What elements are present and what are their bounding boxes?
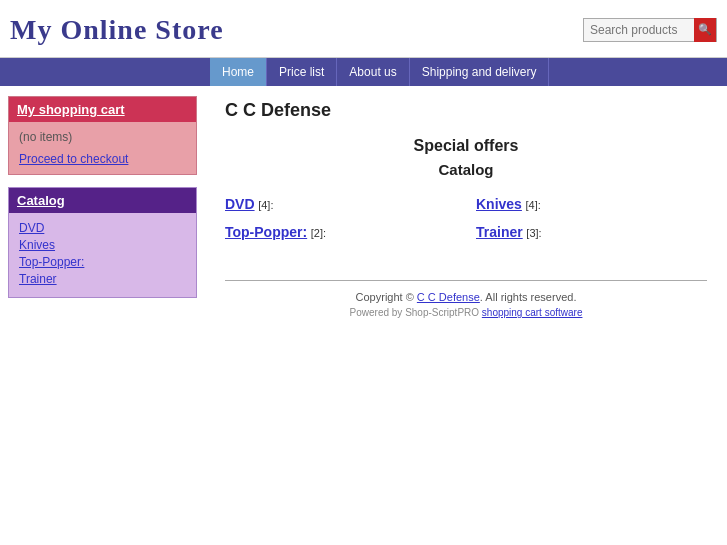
footer: Copyright © C C Defense. All rights rese…: [225, 280, 707, 326]
cart-title[interactable]: My shopping cart: [9, 97, 196, 122]
nav-item-shipping[interactable]: Shipping and delivery: [410, 58, 550, 86]
catalog-item-dvd: DVD [4]:: [225, 196, 456, 212]
sidebar-catalog-item-dvd[interactable]: DVD: [19, 221, 186, 235]
nav-item-home[interactable]: Home: [210, 58, 267, 86]
main-content: C C Defense Special offers Catalog DVD […: [205, 86, 727, 526]
special-offers-heading: Special offers: [225, 137, 707, 155]
catalog-grid: DVD [4]: Knives [4]: Top-Popper: [2]: Tr…: [225, 196, 707, 240]
site-logo: My Online Store: [10, 14, 224, 46]
catalog-sidebar-title[interactable]: Catalog: [9, 188, 196, 213]
catalog-link-trainer[interactable]: Trainer: [476, 224, 523, 240]
search-icon: 🔍: [698, 23, 712, 36]
sidebar: My shopping cart (no items) Proceed to c…: [0, 86, 205, 526]
search-input[interactable]: [584, 21, 694, 39]
catalog-count-toppopper: [2]:: [311, 227, 326, 239]
footer-powered-text: Powered by Shop-ScriptPRO: [350, 307, 482, 318]
layout: My shopping cart (no items) Proceed to c…: [0, 86, 727, 526]
search-button[interactable]: 🔍: [694, 18, 716, 42]
catalog-link-knives[interactable]: Knives: [476, 196, 522, 212]
sidebar-catalog-item-toppopper[interactable]: Top-Popper:: [19, 255, 186, 269]
nav-item-about[interactable]: About us: [337, 58, 409, 86]
footer-rights: . All rights reserved.: [480, 291, 577, 303]
catalog-item-trainer: Trainer [3]:: [476, 224, 707, 240]
catalog-count-dvd: [4]:: [258, 199, 273, 211]
sidebar-catalog-item-trainer[interactable]: Trainer: [19, 272, 186, 286]
page-title: C C Defense: [225, 100, 707, 121]
catalog-link-toppopper[interactable]: Top-Popper:: [225, 224, 307, 240]
catalog-item-knives: Knives [4]:: [476, 196, 707, 212]
footer-powered: Powered by Shop-ScriptPRO shopping cart …: [225, 307, 707, 318]
footer-copyright-text: Copyright ©: [356, 291, 417, 303]
cart-empty-label: (no items): [19, 130, 72, 144]
sidebar-catalog-item-knives[interactable]: Knives: [19, 238, 186, 252]
footer-copyright: Copyright © C C Defense. All rights rese…: [225, 291, 707, 303]
nav-bar: Home Price list About us Shipping and de…: [0, 58, 727, 86]
catalog-link-dvd[interactable]: DVD: [225, 196, 255, 212]
cart-widget: My shopping cart (no items) Proceed to c…: [8, 96, 197, 175]
catalog-count-trainer: [3]:: [526, 227, 541, 239]
catalog-sidebar-body: DVD Knives Top-Popper: Trainer: [9, 213, 196, 297]
header: My Online Store 🔍: [0, 0, 727, 58]
catalog-item-toppopper: Top-Popper: [2]:: [225, 224, 456, 240]
footer-site-link[interactable]: C C Defense: [417, 291, 480, 303]
catalog-count-knives: [4]:: [526, 199, 541, 211]
catalog-widget: Catalog DVD Knives Top-Popper: Trainer: [8, 187, 197, 298]
checkout-link[interactable]: Proceed to checkout: [19, 152, 186, 166]
search-box: 🔍: [583, 18, 717, 42]
nav-item-pricelist[interactable]: Price list: [267, 58, 337, 86]
cart-body: (no items) Proceed to checkout: [9, 122, 196, 174]
catalog-heading: Catalog: [225, 161, 707, 178]
footer-powered-link[interactable]: shopping cart software: [482, 307, 583, 318]
